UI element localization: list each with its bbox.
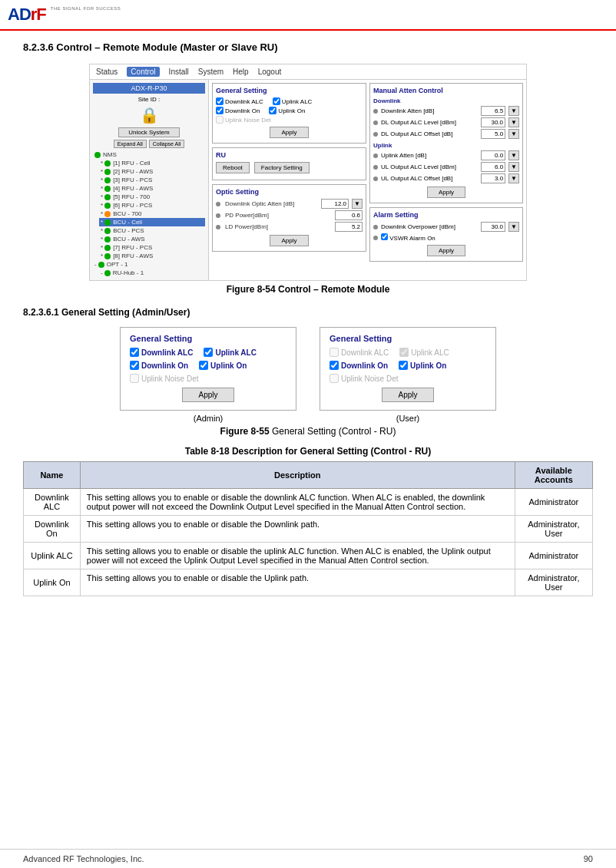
nav-logout[interactable]: Logout [258,68,282,76]
dl-atten-input[interactable] [481,106,505,116]
ui-right-col: Manual Atten Control Downlink Downlink A… [369,83,523,277]
downlink-atten-row: Downlink Optic Atten [dB] ▼ [216,199,363,209]
manual-atten-panel: Manual Atten Control Downlink Downlink A… [369,83,523,203]
optic-apply-button[interactable]: Apply [270,235,308,246]
downlink-alc-checkbox[interactable] [216,97,224,105]
nav-status[interactable]: Status [96,68,118,76]
user-apply-button[interactable]: Apply [382,388,433,402]
table-cell-name: Uplink On [24,569,81,596]
footer: Advanced RF Technologies, Inc. 90 [0,849,616,868]
ul-output-offset-arrow[interactable]: ▼ [508,173,519,183]
tree-dot-bcu-pcs [104,228,111,234]
user-uplink-on-label[interactable]: Uplink On [399,361,446,370]
user-gen-setting-panel: General Setting Downlink ALC Uplink ALC … [320,327,496,411]
ul-output-alc-arrow[interactable]: ▼ [508,162,519,172]
vswr-alarm-dot [373,236,378,240]
logo-signal: THE SIGNAL FOR SUCCESS [51,6,121,11]
user-downlink-on-label[interactable]: Downlink On [330,361,388,370]
user-uplink-on-checkbox[interactable] [399,361,408,370]
ld-power-input[interactable] [335,222,363,232]
tree-rfu1[interactable]: * [1] RFU - Cell [99,159,205,167]
dl-output-alc-arrow[interactable]: ▼ [508,117,519,127]
manual-atten-apply-button[interactable]: Apply [427,186,465,198]
dl-atten-row: Downlink Atten [dB] ▼ [373,106,519,116]
dl-output-offset-arrow[interactable]: ▼ [508,129,519,139]
tree-nms[interactable]: NMS [93,150,205,159]
downlink-atten-arrow[interactable]: ▼ [352,199,363,209]
ul-output-alc-input[interactable] [481,162,505,172]
pd-power-row: PD Power[dBm] [216,210,363,220]
figure-54-caption: Figure 8-54 Control – Remote Module [23,284,593,295]
dl-output-alc-input[interactable] [481,117,505,127]
downlink-on-checkbox[interactable] [216,107,224,114]
ld-power-field-label: LD Power[dBm] [225,223,332,230]
alarm-setting-title: Alarm Setting [373,211,519,219]
general-apply-button[interactable]: Apply [270,127,308,138]
logo-ad: AD [8,5,31,24]
admin-uplink-alc-label[interactable]: Uplink ALC [204,348,257,357]
dl-output-alc-row: DL Output ALC Level [dBm] ▼ [373,117,519,127]
vswr-alarm-label[interactable]: VSWR Alarm On [381,233,436,242]
ui-navbar: Status Control Install System Help Logou… [90,64,526,80]
dl-overpower-row: Downlink Overpower [dBm] ▼ [373,222,519,232]
admin-uplink-alc-checkbox[interactable] [204,348,213,357]
tree-rfu4[interactable]: * [4] RFU - AWS [99,184,205,193]
table-cell-accounts: Administrator, User [515,569,592,596]
nav-system[interactable]: System [198,68,224,76]
pd-power-input[interactable] [335,210,363,220]
tree-bcu-cell[interactable]: * BCU - Cell [99,218,205,226]
alarm-apply-button[interactable]: Apply [427,245,465,256]
two-panel-comparison: General Setting Downlink ALC Uplink ALC … [23,327,593,423]
site-id: Site ID : [93,96,205,103]
downlink-on-label[interactable]: Downlink On [216,107,260,114]
reboot-button[interactable]: Reboot [216,162,250,173]
admin-downlink-on-checkbox[interactable] [130,361,139,370]
expand-all-button[interactable]: Expand All [114,140,147,148]
ul-output-offset-input[interactable] [481,173,505,183]
ul-atten-input[interactable] [481,150,505,160]
vswr-alarm-checkbox[interactable] [381,233,388,240]
dl-overpower-input[interactable] [481,222,505,232]
uplink-on-checkbox[interactable] [269,107,277,114]
tree-rfu5[interactable]: * [5] RFU - 700 [99,193,205,201]
tree-rfu8[interactable]: * [8] RFU - AWS [99,252,205,260]
nav-control[interactable]: Control [127,67,159,77]
admin-downlink-alc-checkbox[interactable] [130,348,139,357]
admin-downlink-alc-label[interactable]: Downlink ALC [130,348,193,357]
logo-text: ADrF [8,5,46,25]
dl-overpower-arrow[interactable]: ▼ [508,222,519,232]
tree-opt1[interactable]: - OPT - 1 [93,260,205,269]
dl-atten-label: Downlink Atten [dB] [381,107,478,114]
user-downlink-on-checkbox[interactable] [330,361,339,370]
dl-atten-arrow[interactable]: ▼ [508,106,519,116]
tree-ruhub1[interactable]: - RU-Hub - 1 [99,269,205,277]
uplink-alc-checkbox[interactable] [273,97,280,105]
tree-bcu700[interactable]: * BCU - 700 [99,210,205,218]
tree-dot-rfu7 [104,245,111,251]
unlock-button[interactable]: Unlock System [118,127,180,137]
admin-uplink-on-checkbox[interactable] [199,361,208,370]
ul-atten-arrow[interactable]: ▼ [508,150,519,160]
admin-uplink-on-label[interactable]: Uplink On [199,361,247,370]
tree-rfu6[interactable]: * [6] RFU - PCS [99,201,205,210]
tree-rfu3[interactable]: * [3] RFU - PCS [99,176,205,184]
downlink-atten-input[interactable] [321,199,349,209]
tree-bcu-pcs[interactable]: * BCU - PCS [99,226,205,235]
uplink-alc-label[interactable]: Uplink ALC [273,97,313,105]
admin-apply-button[interactable]: Apply [182,388,233,402]
collapse-all-button[interactable]: Collapse All [149,140,185,148]
tree-rfu2[interactable]: * [2] RFU - AWS [99,167,205,176]
nav-help[interactable]: Help [233,68,249,76]
tree-dot-bcu700 [104,211,111,217]
downlink-alc-label[interactable]: Downlink ALC [216,97,263,105]
table-header-name: Name [24,462,81,489]
dl-output-offset-input[interactable] [481,129,505,139]
nav-install[interactable]: Install [169,68,189,76]
pd-power-field-label: PD Power[dBm] [225,212,332,219]
tree-bcu-aws[interactable]: * BCU - AWS [99,235,205,243]
ui-center-col: General Setting Downlink ALC Uplink ALC … [212,83,366,277]
factory-setting-button[interactable]: Factory Setting [254,162,310,173]
admin-downlink-on-label[interactable]: Downlink On [130,361,188,370]
tree-rfu7[interactable]: * [7] RFU - PCS [99,243,205,252]
uplink-on-label[interactable]: Uplink On [269,107,305,114]
